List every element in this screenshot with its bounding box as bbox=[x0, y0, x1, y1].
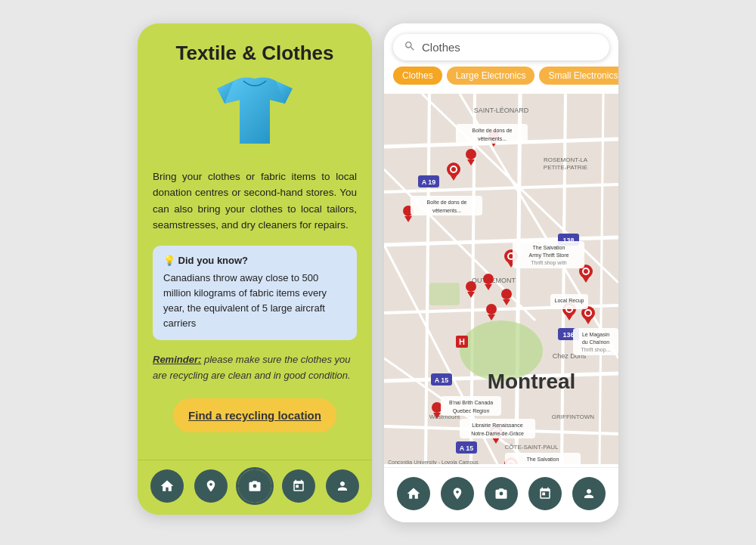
svg-point-62 bbox=[501, 289, 512, 299]
did-you-know-box: 💡 Did you know? Canadians throw away clo… bbox=[153, 246, 357, 341]
svg-text:Le Magasin: Le Magasin bbox=[582, 332, 609, 338]
svg-text:OUTREMONT: OUTREMONT bbox=[472, 277, 516, 284]
svg-text:Army Thrift Store: Army Thrift Store bbox=[529, 252, 569, 259]
find-recycling-button[interactable]: Find a recycling location bbox=[173, 398, 336, 432]
svg-rect-20 bbox=[429, 283, 460, 305]
svg-point-50 bbox=[451, 167, 456, 172]
svg-text:SAINT-LÉONARD: SAINT-LÉONARD bbox=[474, 107, 529, 114]
svg-text:H: H bbox=[459, 337, 465, 346]
svg-text:Thrift shop...: Thrift shop... bbox=[581, 347, 611, 353]
search-bar[interactable]: Clothes bbox=[393, 34, 609, 60]
svg-text:vêtements...: vêtements... bbox=[432, 208, 461, 213]
svg-text:Concordia University - Loyola : Concordia University - Loyola Campus bbox=[388, 460, 479, 464]
svg-text:Quebec Region: Quebec Region bbox=[453, 408, 490, 414]
chip-small-electronics[interactable]: Small Electronics bbox=[539, 67, 618, 85]
svg-point-78 bbox=[432, 402, 442, 413]
svg-text:Montreal: Montreal bbox=[488, 370, 576, 393]
right-location-nav-icon[interactable] bbox=[441, 477, 474, 510]
svg-point-46 bbox=[466, 149, 476, 159]
svg-text:A 15: A 15 bbox=[460, 444, 474, 452]
svg-text:Librairie Renaissance: Librairie Renaissance bbox=[472, 423, 522, 428]
svg-text:Boîte de dons de: Boîte de dons de bbox=[427, 200, 467, 205]
left-bottom-nav bbox=[138, 460, 372, 515]
svg-text:136: 136 bbox=[562, 331, 574, 339]
svg-point-60 bbox=[483, 274, 494, 284]
svg-text:The Salvation: The Salvation bbox=[527, 457, 559, 462]
camera-nav-icon[interactable] bbox=[238, 469, 271, 503]
right-phone-screen: Clothes Clothes Large Electronics Small … bbox=[384, 23, 618, 522]
svg-text:du Chaînon: du Chaînon bbox=[582, 339, 609, 345]
location-nav-icon[interactable] bbox=[194, 469, 228, 503]
svg-point-64 bbox=[486, 304, 497, 314]
right-profile-nav-icon[interactable] bbox=[572, 477, 606, 510]
page-title: Textile & Clothes bbox=[153, 42, 357, 65]
reminder-text: Reminder: please make sure the clothes y… bbox=[153, 352, 357, 382]
reminder-label: Reminder: bbox=[153, 354, 201, 365]
svg-text:GRIFFINTOWN: GRIFFINTOWN bbox=[552, 413, 595, 420]
svg-text:A 15: A 15 bbox=[435, 376, 449, 384]
svg-text:Notre-Dame-de-Grâce: Notre-Dame-de-Grâce bbox=[471, 431, 524, 436]
filter-chips: Clothes Large Electronics Small Electron… bbox=[393, 67, 609, 88]
svg-text:Thrift shop with: Thrift shop with bbox=[531, 260, 567, 266]
right-home-nav-icon[interactable] bbox=[397, 477, 430, 510]
search-text: Clothes bbox=[422, 41, 460, 54]
svg-text:ROSEMONT-LA: ROSEMONT-LA bbox=[544, 156, 588, 163]
svg-text:Local Recup: Local Recup bbox=[555, 298, 584, 304]
description-text: Bring your clothes or fabric items to lo… bbox=[153, 169, 357, 234]
did-you-know-header: 💡 Did you know? bbox=[163, 255, 346, 266]
shirt-icon bbox=[153, 77, 357, 153]
did-you-know-text: Canadians throw away close to 500 millio… bbox=[163, 271, 346, 332]
svg-text:Boîte de dons de: Boîte de dons de bbox=[472, 128, 513, 133]
chip-large-electronics[interactable]: Large Electronics bbox=[447, 67, 535, 85]
svg-point-58 bbox=[466, 281, 476, 292]
right-bottom-nav bbox=[384, 467, 618, 522]
svg-text:The Salvation: The Salvation bbox=[533, 245, 565, 250]
right-calendar-nav-icon[interactable] bbox=[528, 477, 562, 510]
profile-nav-icon[interactable] bbox=[326, 469, 359, 503]
svg-text:A 19: A 19 bbox=[422, 178, 436, 186]
search-icon bbox=[404, 40, 416, 54]
svg-text:B'nai Brith Canada: B'nai Brith Canada bbox=[449, 400, 493, 405]
map-container[interactable]: A 19 A 15 138 136 A 15 SAINT-LÉONA bbox=[384, 94, 618, 467]
home-nav-icon[interactable] bbox=[150, 469, 184, 503]
right-camera-nav-icon[interactable] bbox=[485, 477, 518, 510]
svg-text:CÔTE-SAINT-PAUL: CÔTE-SAINT-PAUL bbox=[505, 444, 559, 451]
map-header: Clothes Clothes Large Electronics Small … bbox=[384, 23, 618, 94]
svg-point-76 bbox=[586, 311, 590, 315]
calendar-nav-icon[interactable] bbox=[282, 469, 315, 503]
svg-point-72 bbox=[584, 269, 588, 274]
left-phone-screen: Textile & Clothes bbox=[138, 23, 372, 515]
chip-clothes[interactable]: Clothes bbox=[393, 67, 442, 85]
svg-text:vêtements...: vêtements... bbox=[478, 136, 507, 141]
svg-text:PETITE-PATRIE: PETITE-PATRIE bbox=[544, 164, 587, 171]
